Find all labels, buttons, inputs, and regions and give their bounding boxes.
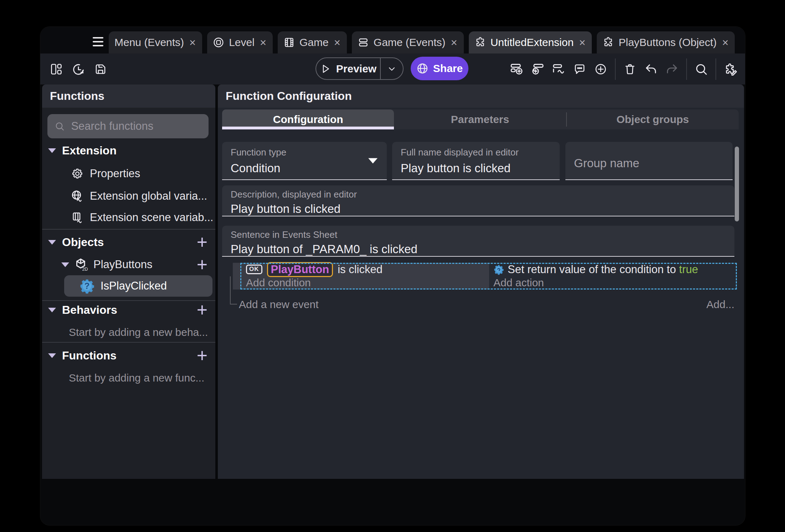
event-actions-column: Set return value of the condition to tru… <box>489 263 737 290</box>
tab-untitled-extension[interactable]: UntitledExtension × <box>469 31 592 53</box>
vertical-scrollbar[interactable] <box>735 147 739 221</box>
add-event-icon[interactable] <box>510 62 523 76</box>
button-object-icon: OK <box>246 265 262 274</box>
close-icon[interactable]: × <box>260 37 266 48</box>
delete-trash-icon[interactable] <box>623 62 637 76</box>
hamburger-menu-icon[interactable] <box>93 37 103 46</box>
search-functions-input[interactable] <box>71 120 201 133</box>
tab-game-events[interactable]: Game (Events) × <box>352 31 464 53</box>
sidebar-header: Functions <box>42 85 215 108</box>
globe-icon <box>416 62 429 75</box>
undo-icon[interactable] <box>644 62 658 76</box>
return-gear-icon <box>493 264 504 275</box>
chevron-down-icon[interactable] <box>48 148 56 153</box>
close-icon[interactable]: × <box>451 37 457 48</box>
tab-label: Parameters <box>451 113 509 126</box>
preview-label: Preview <box>336 63 376 75</box>
event-tree-line <box>230 304 237 305</box>
toolbar-divider <box>615 58 616 80</box>
sidebar-section-objects[interactable]: Objects + <box>42 235 215 249</box>
behaviors-empty-hint: Start by adding a new beha... <box>42 325 215 339</box>
close-icon[interactable]: × <box>189 37 196 48</box>
tab-object-groups[interactable]: Object groups <box>567 109 739 129</box>
add-condition-button[interactable]: Add condition <box>233 276 489 289</box>
tab-label: UntitledExtension <box>491 36 574 48</box>
add-object-button[interactable]: + <box>197 233 207 251</box>
add-more-button[interactable]: Add... <box>707 297 734 312</box>
action-row[interactable]: Set return value of the condition to tru… <box>489 263 737 276</box>
add-comment-icon[interactable] <box>573 62 586 76</box>
scene-variable-icon <box>71 211 83 224</box>
add-new-event-button[interactable]: Add a new event <box>239 297 319 312</box>
sidebar-item-extension-global-variables[interactable]: Extension global varia... <box>42 189 215 203</box>
sidebar-divider <box>42 300 215 301</box>
sidebar-title: Functions <box>50 89 104 103</box>
share-button[interactable]: Share <box>411 57 468 80</box>
panels-layout-icon[interactable] <box>50 62 63 76</box>
sidebar-item-playbuttons[interactable]: 2D PlayButtons + <box>42 257 215 272</box>
sidebar-section-extension[interactable]: Extension <box>42 143 215 158</box>
close-icon[interactable]: × <box>579 37 585 48</box>
add-subevent-icon[interactable] <box>531 62 544 76</box>
tab-configuration[interactable]: Configuration <box>222 109 394 129</box>
redo-icon[interactable] <box>665 62 679 76</box>
hint-label: Start by adding a new beha... <box>69 326 208 338</box>
description-field[interactable]: Description, displayed in editor Play bu… <box>222 185 734 216</box>
group-name-field[interactable]: Group name <box>565 142 733 180</box>
sidebar-section-functions[interactable]: Functions + <box>42 348 215 363</box>
close-icon[interactable]: × <box>334 37 340 48</box>
field-value: Play button of _PARAM0_ is clicked <box>231 242 726 256</box>
field-label: Sentence in Events Sheet <box>231 229 726 240</box>
condition-object-param[interactable]: PlayButton <box>267 262 333 277</box>
object-2d-icon: 2D <box>74 257 88 272</box>
toolbar: Preview Share <box>40 53 745 85</box>
condition-text: is clicked <box>338 263 383 276</box>
sidebar-divider <box>42 229 215 230</box>
tab-playbuttons-object[interactable]: PlayButtons (Object) × <box>597 31 735 53</box>
chevron-down-icon[interactable] <box>48 308 56 312</box>
condition-row[interactable]: OK PlayButton is clicked <box>233 263 489 276</box>
chevron-down-icon[interactable] <box>61 262 69 267</box>
add-behavior-button[interactable]: + <box>197 301 207 319</box>
save-icon[interactable] <box>94 62 107 76</box>
sidebar-item-isplayclicked-selected[interactable]: ? IsPlayClicked <box>64 275 212 297</box>
function-type-select[interactable]: Function type Condition <box>222 142 387 180</box>
toolbar-divider <box>715 58 716 80</box>
sidebar-item-properties[interactable]: Properties <box>42 167 215 181</box>
add-action-button[interactable]: Add action <box>489 276 737 289</box>
search-functions-box[interactable] <box>47 114 209 138</box>
tab-parameters[interactable]: Parameters <box>394 109 566 129</box>
add-free-function-button[interactable]: + <box>197 346 207 365</box>
events-sheet-icon <box>358 37 369 48</box>
version-history-icon[interactable] <box>72 62 85 76</box>
preview-button[interactable]: Preview <box>315 57 404 80</box>
add-other-event-icon[interactable] <box>552 62 565 76</box>
preview-options-chevron[interactable] <box>380 58 403 79</box>
add-circle-icon[interactable] <box>594 62 607 76</box>
field-value: Play button is clicked <box>401 162 551 175</box>
sidebar-divider <box>42 342 215 343</box>
field-value: Condition <box>231 162 378 175</box>
chevron-down-icon[interactable] <box>48 240 56 245</box>
tab-level[interactable]: Level × <box>207 31 273 53</box>
search-icon[interactable] <box>694 62 708 76</box>
add-function-to-object-button[interactable]: + <box>197 255 207 274</box>
configuration-tabs: Configuration Parameters Object groups <box>222 109 739 129</box>
function-gear-icon: ? <box>79 278 95 294</box>
item-label: Properties <box>90 167 140 180</box>
close-icon[interactable]: × <box>722 37 728 48</box>
extension-puzzle-icon <box>602 37 614 48</box>
section-label: Behaviors <box>62 303 117 317</box>
section-label: Extension <box>62 144 117 157</box>
sidebar-item-extension-scene-variables[interactable]: Extension scene variab... <box>42 210 215 225</box>
chevron-down-icon[interactable] <box>48 353 56 358</box>
tab-menu-events[interactable]: Menu (Events) × <box>109 31 202 53</box>
dropdown-caret-icon <box>368 158 378 163</box>
tab-game[interactable]: Game × <box>278 31 347 53</box>
edit-extension-icon[interactable] <box>724 62 737 76</box>
sentence-field[interactable]: Sentence in Events Sheet Play button of … <box>222 226 734 257</box>
app-window: Menu (Events) × Level × Game × <box>40 27 745 525</box>
svg-text:?: ? <box>84 281 90 291</box>
sidebar-section-behaviors[interactable]: Behaviors + <box>42 303 215 317</box>
full-name-field[interactable]: Full name displayed in editor Play butto… <box>392 142 560 180</box>
